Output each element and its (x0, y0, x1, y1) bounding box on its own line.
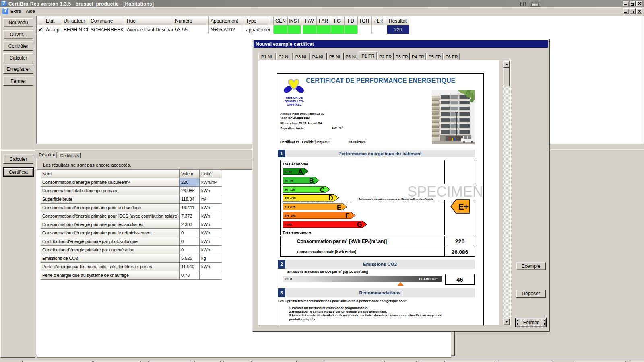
svg-text:211 -275: 211 -275 (285, 206, 295, 208)
svg-text:276 -345: 276 -345 (285, 214, 296, 217)
svg-text:D: D (328, 195, 333, 202)
svg-text:151 -210: 151 -210 (285, 197, 296, 200)
svg-text:E+: E+ (458, 202, 469, 211)
svg-text:C: C (320, 187, 325, 193)
svg-text:B: B (309, 177, 314, 184)
svg-text:96 - 150: 96 - 150 (285, 188, 295, 191)
svg-text:<= 45: <= 45 (285, 170, 292, 173)
svg-text:A: A (298, 168, 303, 175)
svg-text:46 - 95: 46 - 95 (285, 179, 293, 182)
svg-text:E: E (337, 204, 341, 211)
svg-text:F: F (345, 212, 349, 219)
svg-text:> 345: > 345 (285, 223, 292, 226)
svg-text:G: G (357, 221, 362, 228)
